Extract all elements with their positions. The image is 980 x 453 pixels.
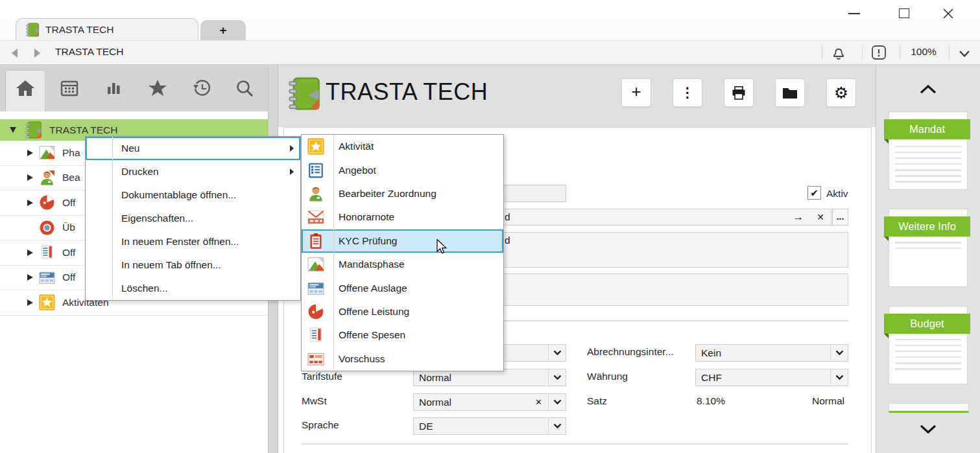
aktiv-checkbox[interactable]: ✔ xyxy=(807,186,821,200)
dropdown-button[interactable] xyxy=(548,345,566,361)
scroll-down-button[interactable] xyxy=(920,424,937,434)
dropdown-button[interactable] xyxy=(830,369,848,386)
ribbon-fold xyxy=(884,139,889,144)
calendar-button[interactable] xyxy=(57,78,82,98)
documents-button[interactable] xyxy=(775,78,805,107)
nav-separator xyxy=(862,45,863,60)
submenu-item-bearbeiter-zuordnung[interactable]: Bearbeiter Zuordnung xyxy=(302,182,503,205)
bar-chart-icon xyxy=(104,78,123,98)
settings-button[interactable]: ⚙ xyxy=(826,78,856,107)
clear-icon[interactable]: ✕ xyxy=(810,212,831,222)
sprache-label: Sprache xyxy=(302,419,339,431)
menu-expand-button[interactable] xyxy=(959,49,970,60)
abrechnungsintervall-dropdown[interactable]: Kein xyxy=(695,344,848,362)
expander-icon[interactable] xyxy=(27,274,33,281)
zoom-level[interactable]: 100% xyxy=(905,46,942,58)
activity-star-icon xyxy=(307,138,324,155)
bell-icon xyxy=(830,44,847,61)
history-button[interactable] xyxy=(189,78,214,98)
forward-button[interactable] xyxy=(31,47,43,62)
menu-item-loeschen[interactable]: Löschen... xyxy=(86,277,300,300)
menu-item-drucken[interactable]: Drucken xyxy=(86,160,300,183)
dropdown-button[interactable] xyxy=(548,394,566,410)
notifications-button[interactable] xyxy=(830,44,847,64)
waehrung-label: Währung xyxy=(587,371,628,382)
menu-item-neues-fenster[interactable]: In neuem Fenster öffnen... xyxy=(86,230,300,253)
submenu-item-kyc-pruefung[interactable]: KYC Prüfung xyxy=(302,229,503,253)
submenu-item-offene-leistung[interactable]: Offene Leistung xyxy=(302,300,503,323)
sprache-dropdown[interactable]: DE xyxy=(413,417,566,435)
collapse-expander-icon[interactable] xyxy=(10,127,16,133)
dropdown-button[interactable] xyxy=(548,369,566,386)
thumbnail-budget[interactable]: Budget xyxy=(889,306,968,384)
invoice-icon xyxy=(307,209,324,226)
expander-icon[interactable] xyxy=(27,299,33,306)
submenu-item-mandatsphase[interactable]: Mandatsphase xyxy=(302,253,503,276)
favorites-button[interactable] xyxy=(145,78,170,98)
kyc-clipboard-icon xyxy=(307,233,324,250)
menu-item-neuer-tab[interactable]: In neuem Tab öffnen... xyxy=(86,253,300,277)
submenu-item-honorarnote[interactable]: Honorarnote xyxy=(302,205,503,229)
mwst-dropdown[interactable]: Normal ✕ xyxy=(413,393,566,411)
submenu-item-vorschuss[interactable]: Vorschuss xyxy=(302,347,503,371)
more-actions-button[interactable]: ⋮ xyxy=(673,78,702,107)
clear-icon[interactable]: ✕ xyxy=(529,397,548,407)
expander-icon[interactable] xyxy=(27,200,33,206)
tab-trasta-tech[interactable]: TRASTA TECH xyxy=(16,18,198,40)
outlay-card-icon xyxy=(307,280,324,297)
breadcrumb[interactable]: TRASTA TECH xyxy=(55,46,123,58)
phase-icon xyxy=(39,145,55,161)
tarifstufe-dropdown[interactable]: Normal xyxy=(413,369,566,386)
thumbnail-partial[interactable] xyxy=(889,403,969,413)
alerts-button[interactable] xyxy=(870,44,887,64)
star-icon xyxy=(147,78,168,98)
forward-icon xyxy=(31,47,43,59)
service-pie-icon xyxy=(307,303,324,320)
section-separator xyxy=(302,443,848,445)
maximize-button[interactable] xyxy=(899,8,909,18)
back-button[interactable] xyxy=(9,47,21,62)
person-chart-icon xyxy=(39,170,55,186)
tarifstufe-label: Tarifstufe xyxy=(302,371,342,382)
search-button[interactable] xyxy=(232,78,257,98)
chevron-down-icon xyxy=(553,423,562,429)
add-button[interactable]: + xyxy=(621,78,651,107)
home-button[interactable] xyxy=(13,78,38,98)
expander-icon[interactable] xyxy=(27,250,33,256)
menu-item-neu[interactable]: Neu xyxy=(86,137,300,160)
menu-item-dokumentablage[interactable]: Dokumentablage öffnen... xyxy=(86,183,300,207)
plus-icon: + xyxy=(219,23,226,38)
thumbnail-preview xyxy=(895,339,961,370)
mwst-label: MwSt xyxy=(302,395,327,407)
satz-tier-value: Normal xyxy=(695,395,844,407)
menu-item-eigenschaften[interactable]: Eigenschaften... xyxy=(86,207,300,230)
dropdown-button[interactable] xyxy=(830,345,848,361)
scroll-up-button[interactable] xyxy=(920,84,937,95)
thumbnail-weitere-info[interactable]: Weitere Info xyxy=(889,209,968,287)
lookup-button[interactable]: ... xyxy=(832,209,848,226)
print-button[interactable] xyxy=(724,78,754,107)
expander-icon[interactable] xyxy=(27,150,33,156)
chevron-down-icon xyxy=(835,350,844,356)
waehrung-dropdown[interactable]: CHF xyxy=(695,369,848,386)
cursor-icon xyxy=(436,239,448,256)
expander-icon[interactable] xyxy=(27,174,33,181)
dropdown-button[interactable] xyxy=(548,418,566,434)
submenu-item-angebot[interactable]: Angebot xyxy=(302,158,503,181)
submenu-item-aktivitaet[interactable]: Aktivität xyxy=(302,135,503,158)
minimize-button[interactable] xyxy=(848,13,860,14)
goto-arrow-icon[interactable]: → xyxy=(786,211,810,224)
submenu-item-offene-spesen[interactable]: Offene Spesen xyxy=(302,323,503,347)
statistics-button[interactable] xyxy=(101,78,126,98)
printer-icon xyxy=(732,86,746,100)
offer-icon xyxy=(307,162,324,179)
thumbnail-mandat[interactable]: Mandat xyxy=(889,111,968,190)
home-icon xyxy=(14,78,36,98)
thumbnail-preview xyxy=(895,146,961,183)
advance-card-icon xyxy=(307,351,324,367)
submenu-arrow-icon xyxy=(290,168,294,175)
chevron-down-icon xyxy=(553,399,562,405)
submenu-item-offene-auslage[interactable]: Offene Auslage xyxy=(302,276,503,299)
search-icon xyxy=(235,78,254,98)
new-tab-button[interactable]: + xyxy=(200,20,246,40)
